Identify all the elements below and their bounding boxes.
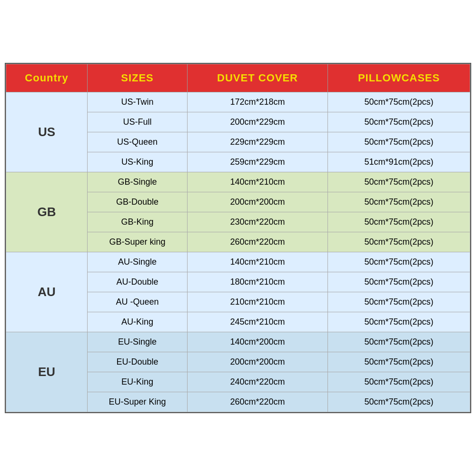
header-duvet: DUVET COVER [188,64,328,92]
size-cell: US-Twin [88,92,188,112]
size-chart-table: Country SIZES DUVET COVER PILLOWCASES US… [6,64,470,412]
size-cell: EU-King [88,372,188,392]
table-row: GBGB-Single140cm*210cm50cm*75cm(2pcs) [6,172,470,192]
size-cell: AU-King [88,312,188,332]
size-cell: AU-Single [88,252,188,272]
duvet-cell: 140cm*200cm [188,332,328,352]
size-cell: EU-Double [88,352,188,372]
size-cell: US-Full [88,112,188,132]
size-cell: US-Queen [88,132,188,152]
duvet-cell: 240cm*220cm [188,372,328,392]
pillow-cell: 50cm*75cm(2pcs) [328,392,470,412]
pillow-cell: 50cm*75cm(2pcs) [328,272,470,292]
pillow-cell: 50cm*75cm(2pcs) [328,332,470,352]
size-cell: GB-Double [88,192,188,212]
pillow-cell: 50cm*75cm(2pcs) [328,292,470,312]
header-row: Country SIZES DUVET COVER PILLOWCASES [6,64,470,92]
duvet-cell: 200cm*200cm [188,192,328,212]
header-country: Country [6,64,88,92]
size-cell: GB-Single [88,172,188,192]
size-chart-wrapper: Country SIZES DUVET COVER PILLOWCASES US… [5,63,471,413]
duvet-cell: 260cm*220cm [188,232,328,252]
duvet-cell: 140cm*210cm [188,172,328,192]
duvet-cell: 172cm*218cm [188,92,328,112]
pillow-cell: 50cm*75cm(2pcs) [328,372,470,392]
table-row: EUEU-Single140cm*200cm50cm*75cm(2pcs) [6,332,470,352]
duvet-cell: 229cm*229cm [188,132,328,152]
duvet-cell: 180cm*210cm [188,272,328,292]
pillow-cell: 50cm*75cm(2pcs) [328,352,470,372]
header-sizes: SIZES [88,64,188,92]
pillow-cell: 50cm*75cm(2pcs) [328,312,470,332]
pillow-cell: 50cm*75cm(2pcs) [328,172,470,192]
pillow-cell: 50cm*75cm(2pcs) [328,112,470,132]
size-cell: US-King [88,152,188,172]
pillow-cell: 50cm*75cm(2pcs) [328,132,470,152]
pillow-cell: 50cm*75cm(2pcs) [328,192,470,212]
pillow-cell: 50cm*75cm(2pcs) [328,212,470,232]
pillow-cell: 50cm*75cm(2pcs) [328,232,470,252]
size-cell: AU -Queen [88,292,188,312]
pillow-cell: 50cm*75cm(2pcs) [328,92,470,112]
size-cell: GB-King [88,212,188,232]
pillow-cell: 51cm*91cm(2pcs) [328,152,470,172]
size-cell: GB-Super king [88,232,188,252]
duvet-cell: 260cm*220cm [188,392,328,412]
country-cell: US [6,92,88,172]
duvet-cell: 140cm*210cm [188,252,328,272]
country-cell: EU [6,332,88,412]
country-cell: AU [6,252,88,332]
table-row: USUS-Twin172cm*218cm50cm*75cm(2pcs) [6,92,470,112]
country-cell: GB [6,172,88,252]
duvet-cell: 259cm*229cm [188,152,328,172]
table-row: AUAU-Single140cm*210cm50cm*75cm(2pcs) [6,252,470,272]
size-cell: EU-Super King [88,392,188,412]
duvet-cell: 200cm*229cm [188,112,328,132]
duvet-cell: 200cm*200cm [188,352,328,372]
duvet-cell: 245cm*210cm [188,312,328,332]
size-cell: EU-Single [88,332,188,352]
size-cell: AU-Double [88,272,188,292]
header-pillowcases: PILLOWCASES [328,64,470,92]
duvet-cell: 210cm*210cm [188,292,328,312]
duvet-cell: 230cm*220cm [188,212,328,232]
pillow-cell: 50cm*75cm(2pcs) [328,252,470,272]
